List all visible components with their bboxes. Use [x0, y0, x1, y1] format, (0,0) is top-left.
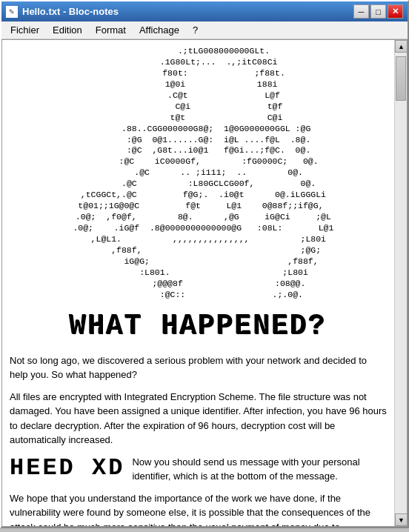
- title-bar-buttons: ─ □ ✕: [353, 4, 403, 19]
- scroll-thumb[interactable]: [396, 56, 406, 101]
- main-window: ✎ Hello.txt - Bloc-notes ─ □ ✕ Fichier E…: [0, 0, 409, 528]
- heed-xd-description: Now you should send us message with your…: [132, 455, 387, 484]
- scroll-track[interactable]: [395, 53, 407, 513]
- heed-xd-section: HEED XD Now you should send us message w…: [10, 455, 387, 484]
- scroll-up-button[interactable]: ▲: [395, 40, 408, 53]
- menu-help[interactable]: ?: [187, 23, 204, 37]
- text-editor[interactable]: .;tLG008000000GLt. .1G80Lt;... .,;itC08C…: [2, 40, 394, 526]
- ascii-art: .;tLG008000000GLt. .1G80Lt;... .,;itC08C…: [10, 46, 387, 301]
- paragraph-3: We hope that you understand the importan…: [10, 491, 387, 526]
- window-title: Hello.txt - Bloc-notes: [22, 6, 119, 17]
- menu-fichier[interactable]: Fichier: [4, 23, 45, 37]
- title-bar-left: ✎ Hello.txt - Bloc-notes: [6, 6, 119, 18]
- menu-bar: Fichier Edition Format Affichage ?: [1, 21, 408, 39]
- app-icon: ✎: [6, 6, 18, 18]
- menu-affichage[interactable]: Affichage: [133, 23, 185, 37]
- maximize-button[interactable]: □: [370, 4, 386, 19]
- what-happened-heading: WHAT HAPPENED?: [10, 307, 387, 346]
- menu-edition[interactable]: Edition: [47, 23, 88, 37]
- close-button[interactable]: ✕: [388, 4, 403, 19]
- menu-format[interactable]: Format: [90, 23, 132, 37]
- paragraph-1: Not so long ago, we discovered a serious…: [10, 353, 387, 382]
- heed-xd-logo: HEED XD: [10, 455, 124, 481]
- scrollbar: ▲ ▼: [394, 40, 407, 526]
- content-area: .;tLG008000000GLt. .1G80Lt;... .,;itC08C…: [1, 39, 408, 527]
- minimize-button[interactable]: ─: [353, 4, 369, 19]
- paragraph-2: All files are encrypted with Integrated …: [10, 390, 387, 448]
- title-bar: ✎ Hello.txt - Bloc-notes ─ □ ✕: [1, 1, 408, 21]
- scroll-down-button[interactable]: ▼: [395, 513, 408, 526]
